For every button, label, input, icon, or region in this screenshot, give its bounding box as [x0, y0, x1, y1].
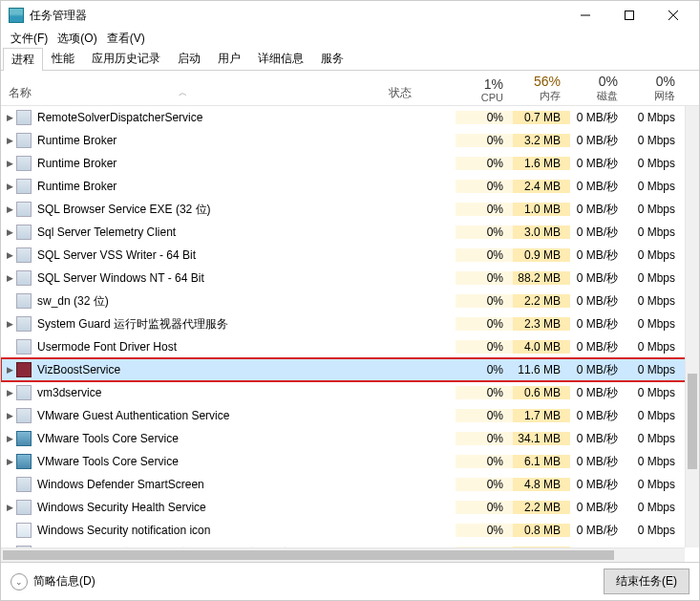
tab-users[interactable]: 用户 — [209, 47, 249, 70]
process-icon — [16, 247, 32, 263]
process-cpu: 0% — [456, 432, 513, 445]
process-disk: 0 MB/秒 — [570, 156, 627, 172]
process-net: 0 Mbps — [627, 248, 685, 262]
process-row[interactable]: ▶SQL Server VSS Writer - 64 Bit0%0.9 MB0… — [1, 244, 699, 267]
fewer-details-label: 简略信息(D) — [33, 573, 95, 590]
process-icon — [16, 362, 32, 377]
process-cpu: 0% — [456, 501, 513, 514]
process-row[interactable]: ▶Runtime Broker0%1.6 MB0 MB/秒0 Mbps — [1, 152, 699, 175]
process-icon — [16, 385, 32, 400]
expand-icon[interactable]: ▶ — [1, 113, 14, 122]
process-row[interactable]: ▶Runtime Broker0%2.4 MB0 MB/秒0 Mbps — [1, 175, 699, 198]
close-button[interactable] — [651, 2, 695, 29]
process-row[interactable]: Windows Defender SmartScreen0%4.8 MB0 MB… — [1, 473, 699, 496]
header-disk[interactable]: 0% 磁盘 — [570, 72, 627, 105]
process-row[interactable]: ▶SQL Browser Service EXE (32 位)0%1.0 MB0… — [1, 198, 699, 221]
expand-icon[interactable]: ▶ — [1, 365, 14, 375]
tab-services[interactable]: 服务 — [312, 47, 352, 70]
expand-icon[interactable]: ▶ — [1, 388, 14, 397]
process-row[interactable]: ▶VMware Tools Core Service0%6.1 MB0 MB/秒… — [1, 450, 699, 473]
scrollbar-thumb[interactable] — [3, 550, 614, 560]
header-cpu[interactable]: 1% CPU — [456, 75, 513, 105]
header-network[interactable]: 0% 网络 — [627, 72, 685, 105]
tab-performance[interactable]: 性能 — [43, 47, 83, 70]
expand-icon[interactable]: ▶ — [1, 434, 14, 443]
process-row[interactable]: Windows Security notification icon0%0.8 … — [1, 519, 699, 542]
header-cpu-pct: 1% — [456, 76, 503, 92]
process-row[interactable]: ▶System Guard 运行时监视器代理服务0%2.3 MB0 MB/秒0 … — [1, 312, 699, 335]
tab-processes[interactable]: 进程 — [3, 48, 43, 71]
process-mem: 2.3 MB — [513, 317, 570, 331]
menu-file[interactable]: 文件(F) — [7, 30, 52, 48]
tab-app-history[interactable]: 应用历史记录 — [83, 47, 169, 70]
tab-details[interactable]: 详细信息 — [249, 47, 312, 70]
process-cpu: 0% — [456, 111, 513, 124]
process-net: 0 Mbps — [627, 409, 685, 422]
process-row[interactable]: Usermode Font Driver Host0%4.0 MB0 MB/秒0… — [1, 335, 699, 358]
process-mem: 2.4 MB — [513, 180, 570, 193]
menu-view[interactable]: 查看(V) — [103, 30, 149, 48]
expand-icon[interactable]: ▶ — [1, 204, 14, 214]
process-row[interactable]: ▶RemoteSolverDispatcherService0%0.7 MB0 … — [1, 106, 699, 129]
header-status[interactable]: 状态 — [389, 85, 456, 105]
expand-icon[interactable]: ▶ — [1, 273, 14, 283]
process-row[interactable]: ▶Sql Server Telemetry Client0%3.0 MB0 MB… — [1, 221, 699, 244]
expand-icon[interactable]: ▶ — [1, 159, 14, 168]
horizontal-scrollbar[interactable] — [1, 547, 685, 562]
process-icon — [16, 110, 32, 125]
process-name: SQL Server Windows NT - 64 Bit — [37, 271, 389, 285]
expand-icon[interactable]: ▶ — [1, 503, 14, 512]
process-row[interactable]: ▶VMware Guest Authentication Service0%1.… — [1, 404, 699, 427]
process-row[interactable]: ▶VMware Tools Core Service0%34.1 MB0 MB/… — [1, 427, 699, 450]
process-disk: 0 MB/秒 — [570, 454, 627, 470]
process-disk: 0 MB/秒 — [570, 408, 627, 424]
header-memory[interactable]: 56% 内存 — [513, 72, 570, 105]
expand-icon[interactable]: ▶ — [1, 136, 14, 145]
maximize-button[interactable] — [607, 2, 651, 29]
tab-bar: 进程 性能 应用历史记录 启动 用户 详细信息 服务 — [1, 48, 699, 71]
process-mem: 1.0 MB — [513, 203, 570, 216]
process-name: Sql Server Telemetry Client — [37, 225, 389, 239]
process-net: 0 Mbps — [627, 478, 685, 491]
process-net: 0 Mbps — [627, 524, 685, 537]
process-icon — [16, 408, 32, 423]
process-mem: 1.6 MB — [513, 157, 570, 170]
process-disk: 0 MB/秒 — [570, 110, 627, 126]
expand-icon[interactable]: ▶ — [1, 457, 14, 466]
expand-icon[interactable]: ▶ — [1, 250, 14, 260]
tab-startup[interactable]: 启动 — [169, 47, 209, 70]
header-name[interactable]: 名称 ︿ — [1, 85, 389, 105]
menu-options[interactable]: 选项(O) — [53, 30, 100, 48]
process-icon — [16, 270, 32, 286]
process-name: sw_dn (32 位) — [37, 293, 389, 310]
process-disk: 0 MB/秒 — [570, 179, 627, 195]
process-mem: 88.2 MB — [513, 271, 570, 285]
end-task-button[interactable]: 结束任务(E) — [604, 569, 689, 594]
header-net-label: 网络 — [627, 89, 675, 103]
process-row[interactable]: ▶VizBoostService0%11.6 MB0 MB/秒0 Mbps — [1, 358, 699, 381]
process-row[interactable]: ▶Runtime Broker0%3.2 MB0 MB/秒0 Mbps — [1, 129, 699, 152]
process-net: 0 Mbps — [627, 317, 685, 331]
process-name: Windows Security Health Service — [37, 501, 389, 514]
chevron-down-icon: ⌄ — [11, 573, 28, 590]
process-row[interactable]: ▶Windows Security Health Service0%2.2 MB… — [1, 496, 699, 519]
process-row[interactable]: ▶SQL Server Windows NT - 64 Bit0%88.2 MB… — [1, 267, 699, 290]
process-cpu: 0% — [456, 478, 513, 491]
process-disk: 0 MB/秒 — [570, 270, 627, 287]
minimize-button[interactable] — [563, 2, 607, 29]
fewer-details-toggle[interactable]: ⌄ 简略信息(D) — [11, 573, 604, 590]
process-cpu: 0% — [456, 386, 513, 399]
expand-icon[interactable]: ▶ — [1, 227, 14, 237]
process-row[interactable]: sw_dn (32 位)0%2.2 MB0 MB/秒0 Mbps — [1, 290, 699, 312]
scrollbar-thumb[interactable] — [688, 374, 697, 469]
process-mem: 2.2 MB — [513, 501, 570, 514]
vertical-scrollbar[interactable] — [685, 106, 699, 547]
process-name: SQL Browser Service EXE (32 位) — [37, 202, 389, 218]
process-cpu: 0% — [456, 134, 513, 147]
expand-icon[interactable]: ▶ — [1, 411, 14, 420]
expand-icon[interactable]: ▶ — [1, 182, 14, 191]
expand-icon[interactable]: ▶ — [1, 319, 14, 329]
process-row[interactable]: ▶vm3dservice0%0.6 MB0 MB/秒0 Mbps — [1, 381, 699, 404]
process-net: 0 Mbps — [627, 340, 685, 354]
process-name: vm3dservice — [37, 386, 389, 399]
